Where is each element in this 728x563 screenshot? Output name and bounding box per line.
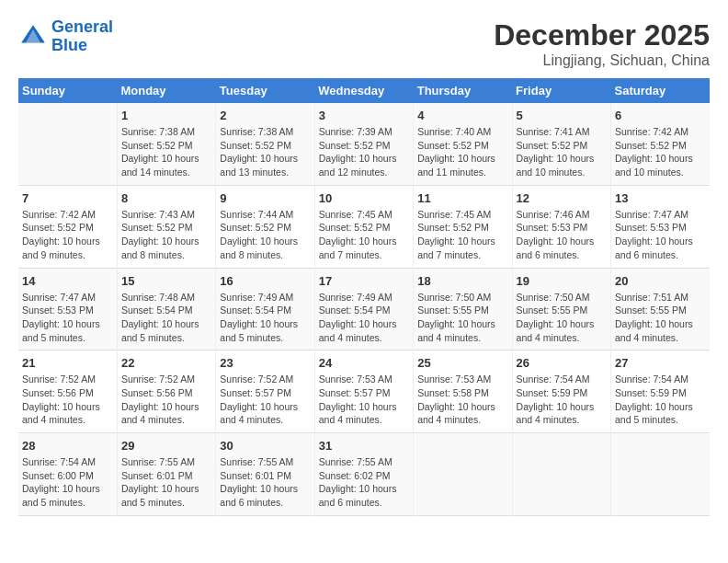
- calendar-body: 1Sunrise: 7:38 AMSunset: 5:52 PMDaylight…: [18, 103, 710, 515]
- day-number: 2: [220, 109, 310, 122]
- day-info: Sunrise: 7:50 AMSunset: 5:55 PMDaylight:…: [517, 291, 607, 345]
- day-number: 4: [417, 109, 507, 122]
- location: Lingjiang, Sichuan, China: [494, 52, 710, 69]
- day-number: 30: [220, 439, 310, 453]
- calendar-cell: [512, 433, 610, 516]
- day-number: 14: [22, 274, 113, 288]
- calendar-cell: 3Sunrise: 7:39 AMSunset: 5:52 PMDaylight…: [314, 103, 413, 185]
- calendar-cell: 7Sunrise: 7:42 AMSunset: 5:52 PMDaylight…: [18, 185, 117, 268]
- weekday-row: SundayMondayTuesdayWednesdayThursdayFrid…: [18, 78, 710, 103]
- weekday-header: Thursday: [414, 78, 512, 103]
- calendar-cell: 9Sunrise: 7:44 AMSunset: 5:52 PMDaylight…: [216, 185, 314, 268]
- day-info: Sunrise: 7:38 AMSunset: 5:52 PMDaylight:…: [121, 125, 211, 179]
- day-info: Sunrise: 7:47 AMSunset: 5:53 PMDaylight:…: [615, 208, 706, 262]
- calendar-cell: 10Sunrise: 7:45 AMSunset: 5:52 PMDayligh…: [314, 185, 413, 268]
- calendar-header: SundayMondayTuesdayWednesdayThursdayFrid…: [18, 78, 710, 103]
- day-info: Sunrise: 7:39 AMSunset: 5:52 PMDaylight:…: [319, 125, 409, 179]
- calendar-cell: [18, 103, 117, 185]
- day-number: 5: [517, 109, 607, 122]
- day-info: Sunrise: 7:42 AMSunset: 5:52 PMDaylight:…: [615, 125, 706, 179]
- calendar-cell: 8Sunrise: 7:43 AMSunset: 5:52 PMDaylight…: [117, 185, 215, 268]
- day-number: 7: [22, 191, 113, 205]
- calendar-cell: 23Sunrise: 7:52 AMSunset: 5:57 PMDayligh…: [216, 350, 314, 433]
- day-number: 3: [319, 109, 409, 122]
- day-number: 9: [220, 191, 310, 205]
- day-info: Sunrise: 7:49 AMSunset: 5:54 PMDaylight:…: [220, 291, 310, 345]
- calendar-cell: 24Sunrise: 7:53 AMSunset: 5:57 PMDayligh…: [314, 350, 413, 433]
- calendar-cell: 1Sunrise: 7:38 AMSunset: 5:52 PMDaylight…: [117, 103, 215, 185]
- day-info: Sunrise: 7:55 AMSunset: 6:01 PMDaylight:…: [220, 455, 310, 510]
- calendar-cell: 26Sunrise: 7:54 AMSunset: 5:59 PMDayligh…: [512, 350, 610, 433]
- page-header: General Blue December 2025 Lingjiang, Si…: [18, 18, 710, 69]
- day-info: Sunrise: 7:53 AMSunset: 5:57 PMDaylight:…: [319, 373, 409, 427]
- day-info: Sunrise: 7:52 AMSunset: 5:56 PMDaylight:…: [121, 373, 211, 427]
- day-number: 17: [319, 274, 409, 288]
- calendar-week: 7Sunrise: 7:42 AMSunset: 5:52 PMDaylight…: [18, 185, 710, 268]
- day-number: 10: [319, 191, 409, 205]
- day-number: 12: [517, 191, 607, 205]
- logo-icon: [18, 22, 48, 52]
- day-number: 13: [615, 191, 706, 205]
- calendar-cell: 2Sunrise: 7:38 AMSunset: 5:52 PMDaylight…: [216, 103, 314, 185]
- day-info: Sunrise: 7:47 AMSunset: 5:53 PMDaylight:…: [22, 291, 113, 345]
- calendar-cell: 21Sunrise: 7:52 AMSunset: 5:56 PMDayligh…: [18, 350, 117, 433]
- day-info: Sunrise: 7:54 AMSunset: 6:00 PMDaylight:…: [22, 455, 113, 510]
- day-info: Sunrise: 7:41 AMSunset: 5:52 PMDaylight:…: [517, 125, 607, 179]
- day-info: Sunrise: 7:45 AMSunset: 5:52 PMDaylight:…: [319, 208, 409, 262]
- calendar-cell: 20Sunrise: 7:51 AMSunset: 5:55 PMDayligh…: [611, 268, 710, 350]
- calendar-cell: 31Sunrise: 7:55 AMSunset: 6:02 PMDayligh…: [314, 433, 413, 516]
- calendar-cell: 30Sunrise: 7:55 AMSunset: 6:01 PMDayligh…: [216, 433, 314, 516]
- day-number: 29: [121, 439, 211, 453]
- calendar-cell: [414, 433, 512, 516]
- day-info: Sunrise: 7:48 AMSunset: 5:54 PMDaylight:…: [121, 291, 211, 345]
- calendar-cell: 13Sunrise: 7:47 AMSunset: 5:53 PMDayligh…: [611, 185, 710, 268]
- day-info: Sunrise: 7:43 AMSunset: 5:52 PMDaylight:…: [121, 208, 211, 262]
- day-info: Sunrise: 7:46 AMSunset: 5:53 PMDaylight:…: [517, 208, 607, 262]
- calendar-cell: 25Sunrise: 7:53 AMSunset: 5:58 PMDayligh…: [414, 350, 512, 433]
- day-info: Sunrise: 7:49 AMSunset: 5:54 PMDaylight:…: [319, 291, 409, 345]
- calendar-cell: 15Sunrise: 7:48 AMSunset: 5:54 PMDayligh…: [117, 268, 215, 350]
- day-info: Sunrise: 7:53 AMSunset: 5:58 PMDaylight:…: [417, 373, 507, 427]
- calendar-cell: 4Sunrise: 7:40 AMSunset: 5:52 PMDaylight…: [414, 103, 512, 185]
- day-number: 31: [319, 439, 409, 453]
- calendar-cell: 14Sunrise: 7:47 AMSunset: 5:53 PMDayligh…: [18, 268, 117, 350]
- day-info: Sunrise: 7:45 AMSunset: 5:52 PMDaylight:…: [417, 208, 507, 262]
- day-info: Sunrise: 7:42 AMSunset: 5:52 PMDaylight:…: [22, 208, 113, 262]
- day-number: 16: [220, 274, 310, 288]
- day-info: Sunrise: 7:50 AMSunset: 5:55 PMDaylight:…: [417, 291, 507, 345]
- day-info: Sunrise: 7:52 AMSunset: 5:57 PMDaylight:…: [220, 373, 310, 427]
- calendar-cell: 28Sunrise: 7:54 AMSunset: 6:00 PMDayligh…: [18, 433, 117, 516]
- calendar-cell: 6Sunrise: 7:42 AMSunset: 5:52 PMDaylight…: [611, 103, 710, 185]
- calendar-cell: 5Sunrise: 7:41 AMSunset: 5:52 PMDaylight…: [512, 103, 610, 185]
- day-info: Sunrise: 7:51 AMSunset: 5:55 PMDaylight:…: [615, 291, 706, 345]
- day-info: Sunrise: 7:44 AMSunset: 5:52 PMDaylight:…: [220, 208, 310, 262]
- day-info: Sunrise: 7:55 AMSunset: 6:02 PMDaylight:…: [319, 455, 409, 510]
- calendar-cell: 11Sunrise: 7:45 AMSunset: 5:52 PMDayligh…: [414, 185, 512, 268]
- logo: General Blue: [18, 18, 113, 55]
- weekday-header: Friday: [512, 78, 610, 103]
- day-number: 23: [220, 356, 310, 370]
- calendar-cell: 16Sunrise: 7:49 AMSunset: 5:54 PMDayligh…: [216, 268, 314, 350]
- day-number: 6: [615, 109, 706, 122]
- calendar-week: 28Sunrise: 7:54 AMSunset: 6:00 PMDayligh…: [18, 433, 710, 516]
- day-number: 19: [517, 274, 607, 288]
- calendar-week: 1Sunrise: 7:38 AMSunset: 5:52 PMDaylight…: [18, 103, 710, 185]
- weekday-header: Saturday: [611, 78, 710, 103]
- day-number: 26: [517, 356, 607, 370]
- title-block: December 2025 Lingjiang, Sichuan, China: [494, 18, 710, 69]
- weekday-header: Wednesday: [314, 78, 413, 103]
- day-number: 27: [615, 356, 706, 370]
- calendar-week: 14Sunrise: 7:47 AMSunset: 5:53 PMDayligh…: [18, 268, 710, 350]
- calendar-cell: 12Sunrise: 7:46 AMSunset: 5:53 PMDayligh…: [512, 185, 610, 268]
- day-info: Sunrise: 7:52 AMSunset: 5:56 PMDaylight:…: [22, 373, 113, 427]
- day-number: 18: [417, 274, 507, 288]
- day-info: Sunrise: 7:54 AMSunset: 5:59 PMDaylight:…: [615, 373, 706, 427]
- day-info: Sunrise: 7:40 AMSunset: 5:52 PMDaylight:…: [417, 125, 507, 179]
- calendar-cell: 17Sunrise: 7:49 AMSunset: 5:54 PMDayligh…: [314, 268, 413, 350]
- day-number: 25: [417, 356, 507, 370]
- weekday-header: Monday: [117, 78, 215, 103]
- calendar-cell: 29Sunrise: 7:55 AMSunset: 6:01 PMDayligh…: [117, 433, 215, 516]
- day-number: 15: [121, 274, 211, 288]
- calendar-cell: 18Sunrise: 7:50 AMSunset: 5:55 PMDayligh…: [414, 268, 512, 350]
- weekday-header: Tuesday: [216, 78, 314, 103]
